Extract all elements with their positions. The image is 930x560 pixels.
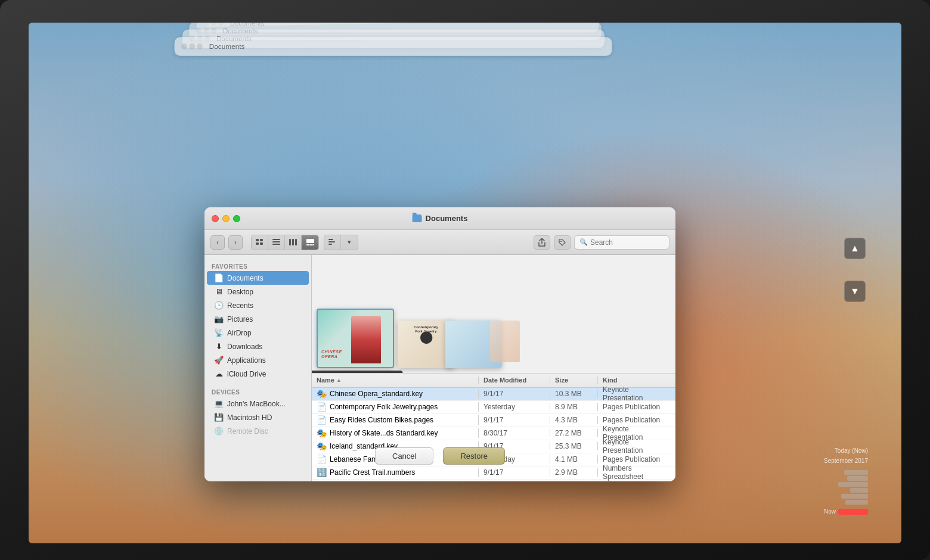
sidebar-item-downloads[interactable]: ⬇ Downloads	[207, 340, 309, 353]
search-input[interactable]	[590, 238, 664, 247]
back-button[interactable]: ‹	[210, 235, 225, 250]
sidebar-item-icloud-label: iCloud Drive	[227, 370, 266, 378]
minimize-button[interactable]	[222, 215, 230, 222]
file-name: Contemporary Folk Jewelry.pages	[330, 403, 438, 411]
preview-area: CHINESEOPERA Chinese Opera_standard.key …	[312, 255, 675, 374]
toolbar: ‹ ›	[204, 230, 675, 255]
tm-controls: ▲ ▼	[844, 238, 866, 302]
file-icon: 🎭	[317, 428, 327, 438]
icon-view-button[interactable]	[252, 235, 268, 250]
sidebar-item-icloud[interactable]: ☁ iCloud Drive	[207, 367, 309, 381]
sidebar-item-airdrop[interactable]: 📡 AirDrop	[207, 326, 309, 340]
file-size: 8.9 MB	[550, 403, 598, 411]
tm-sep2017-label: September 2017	[824, 458, 868, 464]
svg-rect-14	[328, 239, 333, 240]
sort-arrow: ▲	[336, 377, 342, 383]
tm-down-button[interactable]: ▼	[844, 281, 866, 302]
file-name: Chinese Opera_standard.key	[330, 390, 423, 398]
sidebar-item-pictures-label: Pictures	[227, 315, 253, 323]
sidebar-item-macbook[interactable]: 💻 John's MacBook...	[207, 397, 309, 410]
list-view-button[interactable]	[268, 235, 285, 250]
tags-button[interactable]	[554, 235, 571, 250]
file-date: 8/30/17	[479, 429, 550, 437]
header-size[interactable]: Size	[550, 377, 598, 384]
folk-group: ContemporaryFolk Jewelry	[398, 321, 520, 368]
sidebar-item-desktop[interactable]: 🖥 Desktop	[207, 285, 309, 298]
titlebar: Documents	[204, 207, 675, 230]
cancel-button[interactable]: Cancel	[375, 447, 433, 465]
folk-thumbnail-container[interactable]: ContemporaryFolk Jewelry	[398, 321, 520, 368]
file-row[interactable]: 🎭 Chinese Opera_standard.key 9/1/17 10.3…	[312, 388, 675, 401]
file-name: Easy Rides Custom Bikes.pages	[330, 416, 433, 424]
extra-thumbnail	[490, 321, 520, 362]
file-kind: Pages Publication	[598, 416, 675, 424]
tm-now-label: Now	[824, 508, 836, 515]
file-date: 9/1/17	[479, 416, 550, 424]
svg-rect-7	[289, 239, 291, 245]
tm-bar-2	[847, 476, 868, 481]
opera-thumb-text: CHINESEOPERA	[321, 350, 342, 360]
search-box[interactable]: 🔍	[574, 235, 669, 250]
titlebar-center: Documents	[413, 214, 468, 223]
maximize-button[interactable]	[233, 215, 240, 222]
tm-bar-4	[850, 488, 868, 493]
file-row[interactable]: 📄 Contemporary Folk Jewelry.pages Yester…	[312, 401, 675, 414]
folk-text: ContemporaryFolk Jewelry	[414, 325, 438, 335]
tm-today-label: Today (Now)	[835, 447, 868, 454]
selected-thumbnail[interactable]: CHINESEOPERA Chinese Opera_standard.key	[317, 309, 394, 368]
share-button[interactable]	[534, 235, 550, 250]
preview-thumbnails: CHINESEOPERA Chinese Opera_standard.key …	[317, 309, 520, 368]
svg-rect-2	[256, 242, 259, 245]
sidebar-item-pictures[interactable]: 📷 Pictures	[207, 312, 309, 326]
sort-button-group: ▾	[324, 235, 358, 250]
sidebar-item-applications-label: Applications	[227, 356, 266, 365]
file-icon: 📄	[317, 402, 327, 412]
desktop-icon: 🖥	[214, 287, 224, 296]
window-title: Documents	[426, 214, 468, 223]
time-machine-bar: ▲ ▼ Today (Now) September 2017 Now	[825, 45, 873, 527]
file-icon: 🎭	[317, 389, 327, 399]
tm-up-button[interactable]: ▲	[844, 238, 866, 259]
file-date: Yesterday	[479, 403, 550, 411]
pictures-icon: 📷	[214, 315, 224, 323]
svg-rect-13	[312, 244, 314, 245]
svg-rect-5	[272, 241, 280, 242]
sidebar-item-documents[interactable]: 📄 Documents	[207, 271, 309, 285]
sidebar-item-hd[interactable]: 💾 Macintosh HD	[207, 410, 309, 424]
file-tooltip: Chinese Opera_standard.key	[312, 371, 403, 374]
window-controls[interactable]	[212, 215, 240, 222]
sidebar-item-remote: 💿 Remote Disc	[207, 424, 309, 438]
sidebar-item-hd-label: Macintosh HD	[227, 413, 272, 422]
airdrop-icon: 📡	[214, 328, 224, 337]
header-kind[interactable]: Kind	[598, 377, 675, 384]
sidebar-item-remote-label: Remote Disc	[227, 427, 268, 435]
icloud-icon: ☁	[214, 369, 224, 378]
header-date[interactable]: Date Modified	[479, 377, 550, 384]
desktop-background: Documents Documents Documents Documents …	[29, 23, 901, 543]
tm-bar-5	[841, 494, 868, 499]
svg-rect-10	[306, 239, 314, 243]
sidebar-item-macbook-label: John's MacBook...	[227, 400, 286, 408]
forward-button[interactable]: ›	[228, 235, 243, 250]
column-view-button[interactable]	[285, 235, 302, 250]
svg-rect-1	[260, 239, 263, 241]
gallery-view-button[interactable]	[302, 235, 318, 250]
tm-bar-1	[844, 470, 868, 475]
sidebar-item-recents[interactable]: 🕒 Recents	[207, 298, 309, 312]
close-button[interactable]	[212, 215, 219, 222]
file-kind: Pages Publication	[598, 403, 675, 411]
sidebar-item-desktop-label: Desktop	[227, 288, 253, 296]
sort-chevron[interactable]: ▾	[341, 235, 358, 250]
arrange-button[interactable]	[324, 235, 341, 250]
macbook-icon: 💻	[214, 399, 224, 408]
recents-icon: 🕒	[214, 301, 224, 310]
sidebar-item-applications[interactable]: 🚀 Applications	[207, 353, 309, 367]
svg-rect-11	[306, 244, 309, 245]
documents-icon: 📄	[214, 273, 224, 282]
svg-rect-15	[328, 241, 335, 242]
header-name[interactable]: Name ▲	[312, 377, 479, 384]
folder-icon	[413, 214, 422, 222]
sidebar-item-airdrop-label: AirDrop	[227, 329, 252, 337]
opera-thumbnail: CHINESEOPERA	[317, 309, 394, 368]
restore-button[interactable]: Restore	[443, 447, 505, 465]
